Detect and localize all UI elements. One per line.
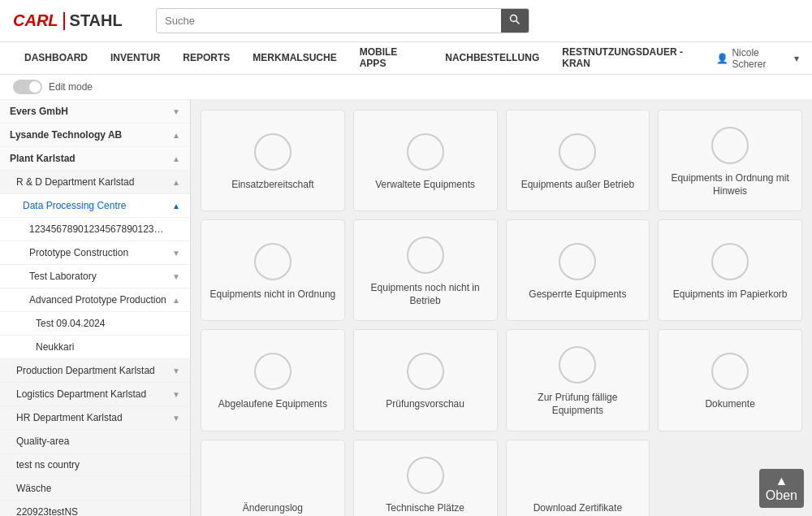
card-icon-einsatzbereitschaft: [254, 133, 292, 171]
card-equipments-in-ordnung[interactable]: Equipments in Ordnung mit Hinweis: [658, 110, 802, 211]
scroll-to-top-button[interactable]: ▲ Oben: [759, 469, 804, 508]
card-technische-plaetze[interactable]: Technische Plätze: [353, 440, 498, 516]
card-label-zur-pruefung-faellige: Zur Prüfung fällige Equipments: [515, 392, 641, 417]
sidebar: Evers GmbH ▼ Lysande Technology AB ▲ Pla…: [0, 100, 191, 516]
search-bar: [156, 8, 529, 33]
sidebar-label-test-ns-country: test ns country: [16, 459, 80, 470]
card-equipments-nicht-ordnung[interactable]: Equipments nicht in Ordnung: [201, 219, 345, 321]
chevron-up-icon: ▲: [172, 131, 180, 140]
sidebar-item-quality-area[interactable]: Quality-area: [0, 430, 190, 453]
chevron-up-icon: ▲: [172, 154, 180, 163]
card-icon-equipments-papierkorb: [711, 243, 749, 280]
sidebar-label-220923testns: 220923testNS: [16, 506, 78, 516]
sidebar-item-production-dept[interactable]: Production Department Karlstad ▼: [0, 359, 190, 383]
user-icon: 👤: [716, 53, 728, 64]
search-button[interactable]: [501, 9, 529, 33]
sidebar-item-test-april[interactable]: Test 09.04.2024: [0, 312, 190, 336]
arrow-up-icon: ▲: [766, 474, 797, 488]
logo-line: [63, 12, 65, 30]
card-icon-equipments-in-ordnung: [711, 127, 749, 164]
card-download-zertifikate[interactable]: Download Zertifikate: [506, 440, 650, 516]
sidebar-label-long-id: 12345678901234567890123456789: [29, 223, 167, 235]
sidebar-label-plant-karlstad: Plant Karlstad: [10, 153, 76, 164]
sidebar-label-logistics-dept: Logistics Department Karlstad: [16, 388, 146, 400]
card-dokumente[interactable]: Dokumente: [658, 329, 802, 431]
card-label-abgelaufene-equipments: Abgelaufene Equipments: [218, 398, 327, 411]
card-equipments-ausser-betrieb[interactable]: Equipments außer Betrieb: [506, 110, 650, 211]
card-icon-technische-plaetze: [407, 457, 444, 494]
card-label-equipments-nicht-ordnung: Equipments nicht in Ordnung: [209, 288, 335, 301]
header: CARL STAHL: [0, 0, 812, 42]
sidebar-item-long-id[interactable]: 12345678901234567890123456789: [0, 218, 190, 241]
card-abgelaufene-equipments[interactable]: Abgelaufene Equipments: [201, 329, 345, 431]
card-label-verwaltete-equipments: Verwaltete Equipments: [375, 179, 475, 192]
sidebar-label-advanced-prototype: Advanced Prototype Production: [29, 294, 166, 306]
card-verwaltete-equipments[interactable]: Verwaltete Equipments: [353, 110, 498, 211]
card-label-aenderungslog: Änderungslog: [243, 502, 303, 515]
nav-nachbestellung[interactable]: NACHBESTELLUNG: [434, 42, 551, 75]
sidebar-label-wasche: Wäsche: [16, 483, 51, 494]
nav-reports[interactable]: REPORTS: [171, 42, 241, 75]
card-label-gesperrte-equipments: Gesperrte Equipments: [529, 288, 626, 301]
card-zur-pruefung-faellige[interactable]: Zur Prüfung fällige Equipments: [506, 329, 650, 431]
logo-carl: CARL: [13, 11, 58, 30]
cards-grid: Einsatzbereitschaft Verwaltete Equipment…: [201, 110, 802, 516]
search-icon: [509, 14, 520, 25]
search-input[interactable]: [157, 10, 501, 32]
sidebar-label-production-dept: Production Department Karlstad: [16, 365, 155, 376]
card-equipments-noch-nicht-betrieb[interactable]: Equipments noch nicht in Betrieb: [353, 219, 498, 321]
card-icon-gesperrte-equipments: [559, 243, 596, 280]
card-aenderungslog[interactable]: Änderungslog: [201, 440, 345, 516]
logo: CARL STAHL: [13, 11, 143, 30]
editmode-toggle[interactable]: [13, 80, 42, 94]
sidebar-item-neukkari[interactable]: Neukkari: [0, 336, 190, 359]
card-icon-pruefungsvorschau: [407, 353, 444, 390]
nav-mobile-apps[interactable]: MOBILE APPS: [348, 42, 434, 75]
nav-inventur[interactable]: INVENTUR: [99, 42, 171, 75]
card-equipments-papierkorb[interactable]: Equipments im Papierkorb: [658, 219, 802, 321]
editmode-bar: Edit mode: [0, 75, 812, 100]
card-label-pruefungsvorschau: Prüfungsvorschau: [386, 398, 464, 411]
chevron-up-icon: ▲: [172, 296, 180, 305]
sidebar-label-test-april: Test 09.04.2024: [36, 318, 105, 329]
logo-stahl: STAHL: [70, 11, 123, 30]
sidebar-item-prototype-construction[interactable]: Prototype Construction ▼: [0, 241, 190, 265]
nav-bar: DASHBOARD INVENTUR REPORTS MERKMALSUCHE …: [0, 42, 812, 75]
nav-restnutzungsdauer[interactable]: RESTNUTZUNGSDAUER - KRAN: [551, 42, 716, 75]
sidebar-item-evers[interactable]: Evers GmbH ▼: [0, 100, 190, 124]
card-label-equipments-ausser-betrieb: Equipments außer Betrieb: [521, 179, 634, 192]
user-name: Nicole Scherer: [732, 47, 791, 70]
card-label-dokumente: Dokumente: [705, 398, 754, 411]
sidebar-item-advanced-prototype[interactable]: Advanced Prototype Production ▲: [0, 288, 190, 312]
card-label-technische-plaetze: Technische Plätze: [386, 502, 464, 515]
sidebar-item-test-laboratory[interactable]: Test Laboratory ▼: [0, 265, 190, 288]
sidebar-item-logistics-dept[interactable]: Logistics Department Karlstad ▼: [0, 383, 190, 406]
nav-user: 👤 Nicole Scherer ▾: [716, 47, 799, 70]
nav-merkmalsuche[interactable]: MERKMALSUCHE: [241, 42, 348, 75]
card-pruefungsvorschau[interactable]: Prüfungsvorschau: [353, 329, 498, 431]
sidebar-item-plant-karlstad[interactable]: Plant Karlstad ▲: [0, 147, 190, 171]
nav-dashboard[interactable]: DASHBOARD: [13, 42, 99, 75]
chevron-down-icon: ▼: [172, 366, 180, 375]
sidebar-item-rd-dept[interactable]: R & D Department Karlstad ▲: [0, 171, 190, 194]
chevron-down-icon: ▼: [172, 107, 180, 116]
sidebar-item-test-ns-country[interactable]: test ns country: [0, 453, 190, 477]
sidebar-item-lysande[interactable]: Lysande Technology AB ▲: [0, 124, 190, 147]
sidebar-item-data-processing[interactable]: Data Processing Centre ▲: [0, 194, 190, 218]
sidebar-label-quality-area: Quality-area: [16, 436, 69, 447]
sidebar-label-lysande: Lysande Technology AB: [10, 129, 122, 141]
sidebar-label-evers: Evers GmbH: [10, 106, 68, 117]
card-icon-verwaltete-equipments: [407, 133, 444, 171]
chevron-down-icon: ▾: [794, 53, 799, 64]
sidebar-label-neukkari: Neukkari: [36, 341, 74, 353]
main-content: Einsatzbereitschaft Verwaltete Equipment…: [191, 100, 812, 516]
card-icon-dokumente: [711, 353, 749, 390]
sidebar-item-220923testns[interactable]: 220923testNS: [0, 501, 190, 516]
card-einsatzbereitschaft[interactable]: Einsatzbereitschaft: [201, 110, 345, 211]
card-gesperrte-equipments[interactable]: Gesperrte Equipments: [506, 219, 650, 321]
card-icon-equipments-nicht-ordnung: [254, 243, 292, 280]
sidebar-label-data-processing: Data Processing Centre: [23, 200, 126, 211]
sidebar-item-wasche[interactable]: Wäsche: [0, 477, 190, 501]
card-icon-abgelaufene-equipments: [254, 353, 292, 390]
sidebar-item-hr-dept[interactable]: HR Department Karlstad ▼: [0, 406, 190, 430]
